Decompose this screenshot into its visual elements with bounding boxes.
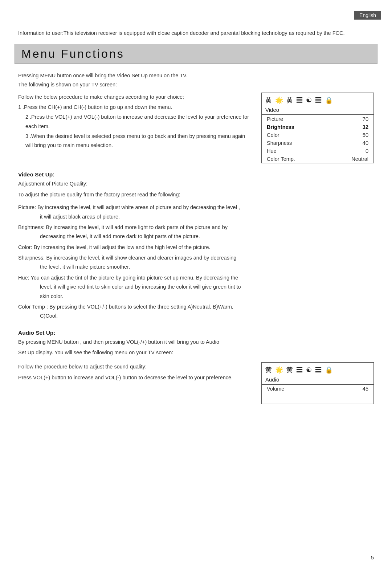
video-menu-row: Sharpness40 xyxy=(262,139,373,147)
video-item: Color Temp : By pressing the VOL(+/-) bu… xyxy=(18,302,374,321)
intro-step-1: 1 .Press the CH(+) and CH(-) button to g… xyxy=(18,103,250,112)
audio-menu-row: Volume45 xyxy=(262,385,373,393)
audio-setup-text2: Set Up display. You will see the followi… xyxy=(18,348,374,357)
video-menu-row: Color50 xyxy=(262,131,373,139)
video-menu-row: Picture70 xyxy=(262,115,373,123)
video-item: Hue: You can adjust the tint of the pict… xyxy=(18,273,374,301)
audio-menu-title: Audio xyxy=(262,376,373,385)
video-menu-box: 黄 🌟 黄 ☰ ☯ ☰ 🔒 Video Picture70Brightness3… xyxy=(261,93,374,163)
audio-press: Press VOL(+) button to increase and VOL(… xyxy=(18,373,250,382)
video-menu-icons: 黄 🌟 黄 ☰ ☯ ☰ 🔒 xyxy=(262,93,373,106)
audio-setup-text1: By pressing MENU button , and then press… xyxy=(18,338,374,347)
video-item: Picture: By increasing the level, it wil… xyxy=(18,203,374,221)
section-title: Menu Functions xyxy=(15,44,377,64)
video-menu-row: Brightness32 xyxy=(262,123,373,131)
video-setup-subtitle1: Adjustment of Picture Quality: xyxy=(18,179,374,188)
video-menu-row: Hue0 xyxy=(262,147,373,155)
intro-step-2: 2 .Press the VOL(+) and VOL(-) button to… xyxy=(18,113,250,131)
audio-instructions: Follow the procedure below to adjust the… xyxy=(18,362,250,404)
intro-line2: The following is shown on your TV screen… xyxy=(18,80,374,89)
page-number: 5 xyxy=(371,554,374,560)
video-item: Brightness: By increasing the level, it … xyxy=(18,223,374,241)
video-item: Color: By increasing the level, it will … xyxy=(18,243,374,252)
intro-step-3: 3 .When the desired level is selected pr… xyxy=(18,132,250,150)
video-menu-title: Video xyxy=(262,106,373,115)
info-text: Information to user:This television rece… xyxy=(18,29,374,37)
audio-menu-box: 黄 🌟 黄 ☰ ☯ ☰ 🔒 Audio Volume45 xyxy=(261,362,374,404)
video-setup-title: Video Set Up: xyxy=(18,171,374,178)
video-item: Sharpness: By increasing the level, it w… xyxy=(18,253,374,272)
audio-menu-icons: 黄 🌟 黄 ☰ ☯ ☰ 🔒 xyxy=(262,363,373,376)
video-menu-row: Color Temp.Neutral xyxy=(262,155,373,163)
audio-setup-title: Audio Set Up: xyxy=(18,330,374,336)
english-badge: English xyxy=(354,11,381,20)
intro-line3: Follow the below procedure to make chang… xyxy=(18,93,250,102)
audio-follow: Follow the procedure below to adjust the… xyxy=(18,362,250,371)
intro-line1: Pressing MENU button once will bring the… xyxy=(18,71,374,80)
menu-instructions: Follow the below procedure to make chang… xyxy=(18,93,250,163)
video-setup-subtitle2: To adjust the picture quality from the f… xyxy=(18,190,374,199)
